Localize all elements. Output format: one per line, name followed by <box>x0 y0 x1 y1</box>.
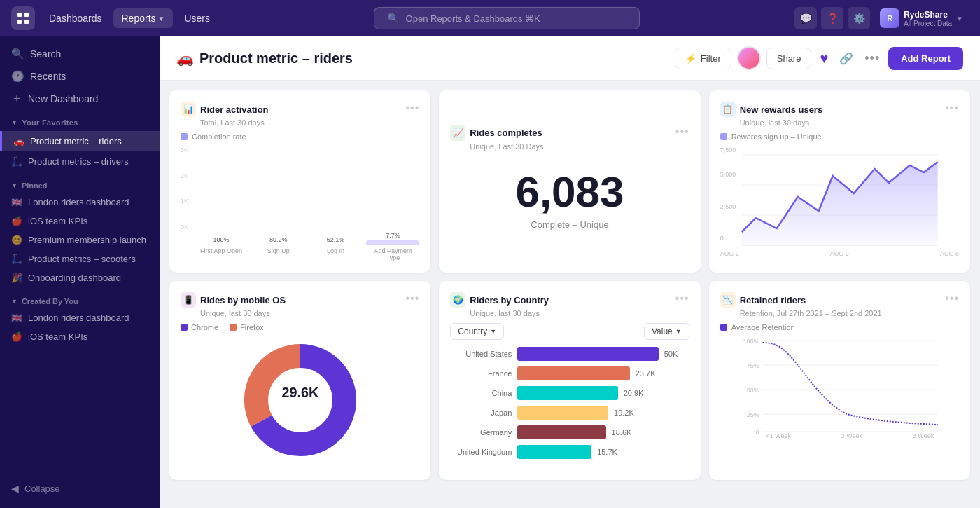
card-subtitle-retained: Retention, Jul 27th 2021 – Sept 2nd 2021 <box>740 309 882 317</box>
value-dropdown[interactable]: Value ▼ <box>644 323 690 340</box>
country-dropdown[interactable]: Country ▼ <box>450 323 504 340</box>
add-report-button[interactable]: Add Report <box>888 47 963 70</box>
sidebar-search[interactable]: 🔍 Search <box>0 36 160 66</box>
settings-icon-btn[interactable]: ⚙️ <box>848 7 870 29</box>
heart-icon[interactable]: ♥ <box>817 50 831 67</box>
sidebar-item-pinned-1[interactable]: 🍎iOS team KPIs <box>0 212 160 231</box>
rides-big-number-sub: Complete – Unique <box>450 219 689 230</box>
card-title-retained: Retained riders <box>740 295 806 306</box>
search-icon: 🔍 <box>11 48 24 60</box>
svg-text:50%: 50% <box>746 387 759 394</box>
nav-search-placeholder: Open Reports & Dashboards ⌘K <box>406 13 540 24</box>
nav-item-dashboards[interactable]: Dashboards <box>41 8 111 28</box>
card-retained-riders: 📉 Retained riders Retention, Jul 27th 20… <box>709 281 970 480</box>
pinned-section: ▼ Pinned 🇬🇧London riders dashboard 🍎iOS … <box>0 174 160 290</box>
card-riders-by-country: 🌍 Riders by Country Unique, last 30 days… <box>439 281 700 480</box>
svg-text:29.6K: 29.6K <box>281 385 319 400</box>
nav-search: 🔍 Open Reports & Dashboards ⌘K <box>221 7 792 29</box>
rewards-legend: Rewards sign up – Unique <box>732 132 822 141</box>
search-icon: 🔍 <box>387 13 399 24</box>
plus-icon: ＋ <box>11 91 22 106</box>
created-section: ▼ Created By You 🇬🇧London riders dashboa… <box>0 290 160 349</box>
chevron-down-icon: ▼ <box>11 119 18 126</box>
sidebar-recents[interactable]: 🕐 Recents <box>0 66 160 87</box>
pinned-header[interactable]: ▼ Pinned <box>0 177 160 193</box>
user-area[interactable]: R RydeShare All Project Data ▼ <box>874 6 969 31</box>
rides-big-number: 6,083 <box>450 170 689 214</box>
chevron-down-icon: ▼ <box>956 15 963 22</box>
sidebar-item-pinned-0[interactable]: 🇬🇧London riders dashboard <box>0 193 160 212</box>
card-new-rewards: 📋 New rewards users Unique, last 30 days… <box>709 90 970 273</box>
user-name: RydeShare <box>904 10 952 20</box>
retention-chart: 100% 75% 50% 25% 0 <1 Week 2 Week 3 Week <box>720 337 959 439</box>
created-header[interactable]: ▼ Created By You <box>0 293 160 308</box>
chat-icon-btn[interactable]: 💬 <box>794 7 817 29</box>
main-header: 🚗 Product metric – riders ⚡ Filter Share… <box>160 36 980 81</box>
card-more-icon[interactable]: ••• <box>406 292 420 305</box>
title-emoji: 🚗 <box>176 50 194 67</box>
user-avatar: R <box>880 8 899 28</box>
sidebar-collapse[interactable]: ◀ Collapse <box>0 474 160 502</box>
card-more-icon[interactable]: ••• <box>676 125 690 138</box>
sidebar-item-pinned-4[interactable]: 🎉Onboarding dashboard <box>0 268 160 287</box>
collapse-icon: ◀ <box>11 483 19 494</box>
nav-search-box[interactable]: 🔍 Open Reports & Dashboards ⌘K <box>374 7 640 29</box>
chevron-down-icon: ▼ <box>158 15 165 22</box>
card-title-country: Riders by Country <box>470 295 549 306</box>
card-subtitle-rides: Unique, Last 30 Days <box>470 142 543 151</box>
sidebar-new-dashboard[interactable]: ＋ New Dashboard <box>0 87 160 116</box>
card-more-icon[interactable]: ••• <box>945 102 959 114</box>
header-avatar <box>737 46 761 70</box>
svg-text:75%: 75% <box>746 362 759 369</box>
card-subtitle-rewards: Unique, last 30 days <box>740 118 823 127</box>
country-bars: United States 50K France 23.7K China 20.… <box>450 347 689 459</box>
nav-item-users[interactable]: Users <box>176 8 218 28</box>
sidebar-item-fav-1[interactable]: 🛴 Product metrics – drivers <box>0 151 160 172</box>
help-icon-btn[interactable]: ❓ <box>821 7 844 29</box>
svg-rect-0 <box>18 13 22 17</box>
sidebar: 🔍 Search 🕐 Recents ＋ New Dashboard ▼ You… <box>0 36 160 508</box>
fav-emoji-1: 🛴 <box>11 156 22 167</box>
user-info: RydeShare All Project Data <box>904 10 952 27</box>
sidebar-item-pinned-2[interactable]: 😊Premium membership launch <box>0 231 160 249</box>
fav-label-1: Product metrics – drivers <box>28 156 129 167</box>
svg-text:100%: 100% <box>743 338 759 345</box>
sidebar-item-fav-0[interactable]: 🚗 Product metric – riders <box>0 131 160 151</box>
sidebar-recents-label: Recents <box>30 71 66 82</box>
card-title-os: Rides by mobile OS <box>200 295 286 306</box>
share-button[interactable]: Share <box>766 48 812 69</box>
sidebar-item-created-1[interactable]: 🍎iOS team KPIs <box>0 327 160 346</box>
chevron-down-icon: ▼ <box>11 298 18 305</box>
card-more-icon[interactable]: ••• <box>406 102 420 114</box>
rewards-chart: 7,500 <box>720 146 959 257</box>
card-subtitle-os: Unique, last 30 days <box>200 309 286 317</box>
filter-icon: ⚡ <box>685 53 696 64</box>
svg-rect-2 <box>18 20 22 24</box>
card-subtitle-activation: Total, Last 30 days <box>200 118 269 127</box>
card-rider-activation: 📊 Rider activation Total, Last 30 days •… <box>169 90 430 273</box>
main-area: 🚗 Product metric – riders ⚡ Filter Share… <box>160 36 980 508</box>
favorites-header[interactable]: ▼ Your Favorites <box>0 116 160 131</box>
card-subtitle-country: Unique, last 30 days <box>470 309 549 317</box>
card-title-rides: Rides completes <box>470 128 542 138</box>
more-icon[interactable]: ••• <box>862 51 883 66</box>
retention-legend: Average Retention <box>732 323 795 331</box>
svg-text:25%: 25% <box>746 411 759 418</box>
card-rides-completes: 📈 Rides completes Unique, Last 30 Days •… <box>439 90 700 273</box>
svg-rect-1 <box>24 13 29 17</box>
nav-right: 💬 ❓ ⚙️ R RydeShare All Project Data ▼ <box>794 6 969 31</box>
card-more-icon[interactable]: ••• <box>945 292 959 305</box>
chevron-down-icon: ▼ <box>11 182 18 189</box>
nav-item-reports[interactable]: Reports ▼ <box>113 8 174 28</box>
header-actions: ⚡ Filter Share ♥ 🔗 ••• Add Report <box>675 46 963 70</box>
filter-button[interactable]: ⚡ Filter <box>675 48 732 69</box>
user-sub: All Project Data <box>904 20 952 27</box>
bar-chart-activation: 3K 2K 1K 0K 100% 80 <box>181 146 419 245</box>
sidebar-item-pinned-3[interactable]: 🛴Product metrics – scooters <box>0 249 160 268</box>
card-more-icon[interactable]: ••• <box>676 292 690 305</box>
sidebar-item-created-0[interactable]: 🇬🇧London riders dashboard <box>0 308 160 327</box>
clock-icon: 🕐 <box>11 70 24 83</box>
nav-logo[interactable] <box>11 6 35 30</box>
link-icon[interactable]: 🔗 <box>836 52 856 65</box>
svg-rect-3 <box>24 20 29 24</box>
